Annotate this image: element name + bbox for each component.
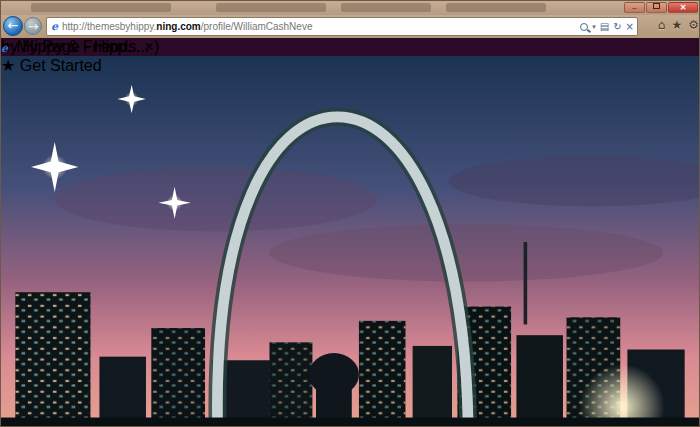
- glass-reflection: [216, 3, 326, 12]
- url-text: http://themesbyhippy.ning.com/profile/Wi…: [62, 21, 312, 32]
- address-input[interactable]: e http://themesbyhippy.ning.com/profile/…: [46, 17, 638, 36]
- browser-action-icons: ⌂ ★ ⚙: [658, 18, 699, 32]
- minimize-icon: –: [632, 3, 636, 12]
- minimize-button[interactable]: –: [624, 2, 645, 13]
- browser-window: – ✕ ← → e http://themesbyhippy.ning.com/…: [0, 0, 700, 427]
- favorites-star-icon[interactable]: ★: [671, 18, 682, 32]
- maximize-icon: [653, 3, 660, 9]
- glass-reflection: [341, 3, 431, 12]
- glass-reflection: [31, 3, 171, 12]
- glass-reflection: [446, 3, 546, 12]
- tab-favicon-icon: e: [1, 42, 8, 55]
- maximize-button[interactable]: [646, 2, 667, 13]
- site-favicon-icon: e: [51, 20, 58, 33]
- tab-close-icon[interactable]: ×: [145, 38, 154, 55]
- settings-gear-icon[interactable]: ⚙: [688, 18, 699, 32]
- ghost-star-icon: ★: [1, 57, 15, 74]
- home-icon[interactable]: ⌂: [658, 18, 666, 32]
- stop-icon[interactable]: ×: [626, 21, 634, 32]
- back-button[interactable]: ←: [3, 16, 23, 36]
- gateway-arch-photo: [1, 56, 699, 427]
- search-dropdown-icon[interactable]: ▾: [592, 23, 596, 31]
- tab-title: My Page - Hipp...: [16, 38, 140, 55]
- forward-icon: →: [28, 19, 39, 34]
- page-content: by Hippy & Friends... ): [1, 38, 699, 427]
- desktop-ghost-text: ★ Get Started: [1, 56, 700, 75]
- close-icon: ✕: [680, 3, 687, 12]
- search-icon[interactable]: [580, 23, 588, 31]
- title-bar: [1, 1, 700, 15]
- compatibility-icon[interactable]: ▤: [600, 21, 609, 32]
- forward-button[interactable]: →: [24, 17, 42, 35]
- close-button[interactable]: ✕: [668, 2, 698, 13]
- back-icon: ←: [8, 18, 19, 33]
- window-controls: – ✕: [624, 2, 698, 13]
- address-bar-row: ← → e http://themesbyhippy.ning.com/prof…: [1, 15, 700, 38]
- tab-bar: e My Page - Hipp... × ★ Get Started: [1, 38, 700, 53]
- refresh-icon[interactable]: ↻: [613, 21, 621, 32]
- tab-my-page[interactable]: e My Page - Hipp... ×: [1, 38, 700, 56]
- address-bar-icons: ▾ ▤ ↻ ×: [580, 18, 634, 35]
